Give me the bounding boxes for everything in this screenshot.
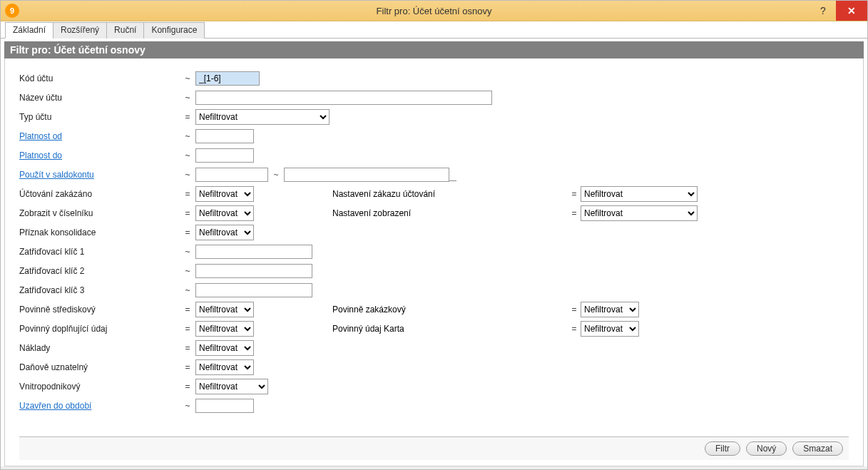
tab-zakladni[interactable]: Základní — [5, 22, 53, 39]
titlebar: 9 Filtr pro: Účet účetní osnovy ? ✕ — [1, 1, 867, 21]
input-zat1[interactable] — [195, 245, 312, 259]
select-uctovani-zakazano[interactable]: Nefiltrovat — [195, 186, 254, 202]
label-zat3: Zatřiďovací klíč 3 — [19, 285, 180, 295]
op-nastaveni-zakazu: = — [568, 189, 581, 199]
label-pov-doplnujici: Povinný doplňující údaj — [19, 324, 180, 334]
op-pov-zakazkovy: = — [568, 305, 581, 315]
label-priznak-konsolidace: Příznak konsolidace — [19, 228, 180, 237]
op-nastaveni-zobrazeni: = — [568, 208, 581, 218]
op-nazev-uctu: ~ — [180, 93, 195, 103]
op-priznak-konsolidace: = — [180, 228, 195, 237]
link-platnost-do[interactable]: Platnost do — [19, 150, 180, 160]
op-kod-uctu: ~ — [180, 73, 195, 83]
tab-konfigurace[interactable]: Konfigurace — [143, 22, 205, 39]
select-pov-doplnujici[interactable]: Nefiltrovat — [195, 321, 254, 337]
select-vnitropodnikovy[interactable]: Nefiltrovat — [195, 379, 268, 394]
label-zat2: Zatřiďovací klíč 2 — [19, 266, 180, 276]
label-kod-uctu: Kód účtu — [19, 73, 180, 83]
select-nastaveni-zobrazeni[interactable]: Nefiltrovat — [581, 205, 698, 221]
label-zat1: Zatřiďovací klíč 1 — [19, 247, 180, 257]
label-uctovani-zakazano: Účtování zakázáno — [19, 189, 180, 199]
op-zobrazit-ciselniku: = — [180, 208, 195, 218]
select-pov-zakazkovy[interactable]: Nefiltrovat — [581, 302, 639, 317]
input-saldokontu-from[interactable] — [195, 168, 268, 182]
window-title: Filtr pro: Účet účetní osnovy — [1, 6, 867, 16]
label-typ-uctu: Typ účtu — [19, 112, 180, 122]
sep-saldokontu: ~ — [268, 170, 284, 180]
panel-body: Kód účtu ~ Název účtu ~ Typ účtu = Nefil… — [4, 58, 864, 466]
link-platnost-od[interactable]: Platnost od — [19, 131, 180, 141]
select-zobrazit-ciselniku[interactable]: Nefiltrovat — [195, 205, 254, 221]
op-uzavren-do-obdobi: ~ — [180, 401, 195, 411]
label-vnitropodnikovy: Vnitropodnikový — [19, 382, 180, 392]
select-danove-uznatelny[interactable]: Nefiltrovat — [195, 359, 254, 375]
filter-window: 9 Filtr pro: Účet účetní osnovy ? ✕ Zákl… — [0, 0, 868, 470]
op-danove-uznatelny: = — [180, 362, 195, 372]
novy-button[interactable]: Nový — [746, 441, 787, 456]
op-typ-uctu: = — [180, 112, 195, 122]
smazat-button[interactable]: Smazat — [792, 441, 843, 456]
label-pov-udaj-karta: Povinný údaj Karta — [332, 324, 568, 334]
label-danove-uznatelny: Daňově uznatelný — [19, 362, 180, 372]
input-zat3[interactable] — [195, 283, 312, 297]
content-area: Filtr pro: Účet účetní osnovy Kód účtu ~… — [1, 39, 867, 466]
tab-bar: Základní Rozšířený Ruční Konfigurace — [1, 21, 867, 39]
select-nastaveni-zakazu[interactable]: Nefiltrovat — [581, 186, 698, 202]
select-priznak-konsolidace[interactable]: Nefiltrovat — [195, 225, 254, 240]
select-pov-udaj-karta[interactable]: Nefiltrovat — [581, 321, 639, 337]
op-pov-doplnujici: = — [180, 324, 195, 334]
input-saldokontu-to[interactable] — [284, 168, 449, 182]
panel-title: Filtr pro: Účet účetní osnovy — [4, 41, 864, 58]
label-nastaveni-zobrazeni: Nastavení zobrazení — [332, 208, 568, 218]
op-platnost-od: ~ — [180, 131, 195, 141]
op-platnost-do: ~ — [180, 150, 195, 160]
input-zat2[interactable] — [195, 264, 312, 278]
select-pov-strediskovy[interactable]: Nefiltrovat — [195, 302, 254, 317]
label-pov-strediskovy: Povinně střediskový — [19, 305, 180, 315]
select-naklady[interactable]: Nefiltrovat — [195, 340, 254, 356]
op-zat3: ~ — [180, 285, 195, 295]
input-kod-uctu[interactable] — [195, 71, 260, 86]
op-naklady: = — [180, 343, 195, 353]
panel-footer: Filtr Nový Smazat — [19, 436, 849, 460]
label-zobrazit-ciselniku: Zobrazit v číselníku — [19, 208, 180, 218]
tab-rucni[interactable]: Ruční — [106, 22, 144, 39]
op-zat1: ~ — [180, 247, 195, 257]
filtr-button[interactable]: Filtr — [705, 441, 740, 456]
label-nastaveni-zakazu: Nastavení zákazu účtování — [332, 189, 568, 199]
select-typ-uctu[interactable]: Nefiltrovat — [195, 109, 330, 125]
input-uzavren-do-obdobi[interactable] — [195, 399, 254, 413]
input-nazev-uctu[interactable] — [195, 91, 492, 105]
status-bar — [1, 466, 867, 469]
link-uzavren-do-obdobi[interactable]: Uzavřen do období — [19, 401, 180, 411]
label-naklady: Náklady — [19, 343, 180, 353]
op-zat2: ~ — [180, 266, 195, 276]
input-platnost-od[interactable] — [195, 129, 254, 143]
label-pov-zakazkovy: Povinně zakázkový — [332, 305, 568, 315]
op-uctovani-zakazano: = — [180, 189, 195, 199]
op-pov-strediskovy: = — [180, 305, 195, 315]
input-platnost-do[interactable] — [195, 148, 254, 163]
op-vnitropodnikovy: = — [180, 382, 195, 392]
op-saldokontu: ~ — [180, 170, 195, 180]
op-pov-udaj-karta: = — [568, 324, 581, 334]
tab-rozsireny[interactable]: Rozšířený — [53, 22, 107, 39]
label-nazev-uctu: Název účtu — [19, 93, 180, 103]
link-pouzit-v-saldokontu[interactable]: Použít v saldokontu — [19, 170, 180, 180]
saldokontu-trail — [449, 168, 456, 181]
